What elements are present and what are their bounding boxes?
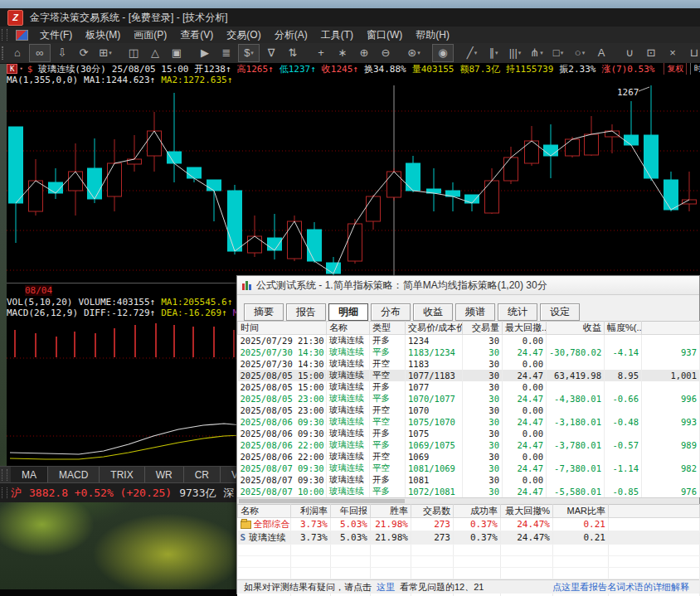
layers-icon[interactable]: ⊡	[641, 45, 661, 61]
menu-item-4[interactable]: 交易(O)	[220, 27, 267, 44]
filter-icon[interactable]: ∇	[261, 45, 281, 61]
table-row[interactable]: 2025/08/05 15:00:00玻璃连续开多1077300.00	[238, 381, 700, 393]
crosshair-icon[interactable]: ∗	[333, 45, 352, 61]
report-doc-icon[interactable]: ≣	[216, 45, 236, 61]
column-header-1[interactable]: 名称	[327, 322, 370, 335]
menu-item-3[interactable]: 查看(V)	[173, 27, 220, 44]
column-header-7[interactable]: 幅度%(...	[605, 322, 642, 335]
table-row[interactable]: 2025/08/05 23:00:00玻璃连续平多1070/10773024.4…	[238, 393, 700, 405]
column-header-0[interactable]: 时间	[238, 322, 327, 335]
menu-item-6[interactable]: 工具(T)	[314, 27, 360, 44]
table-row[interactable]: 2025/08/05 23:00:00玻璃连续开空1070300.00	[238, 405, 700, 416]
column-header-6[interactable]: 最大回撤%	[501, 505, 553, 518]
indicator-tab-MA[interactable]: MA	[11, 467, 48, 483]
table-row[interactable]: 2025/07/30 14:30:00玻璃连续平多1183/12343024.4…	[238, 346, 700, 358]
table-row[interactable]: 2025/08/06 09:30:00玻璃连续开多1075300.00	[238, 428, 700, 439]
column-header-5[interactable]: 最大回撤...	[503, 322, 547, 335]
trash-icon[interactable]: ⊔	[684, 45, 700, 61]
dialog-tab-报告[interactable]: 报告	[286, 303, 326, 321]
percent-channel-icon[interactable]: ∥▾	[484, 45, 503, 61]
quote-field-11: 振2.33%	[559, 63, 595, 75]
settings-gear-icon[interactable]: ⊛▾	[404, 45, 424, 61]
indicator-tab-MACD[interactable]: MACD	[48, 467, 100, 483]
mouse-mode-icon[interactable]: ◉	[432, 44, 454, 62]
kline-chart-icon[interactable]: ◫	[124, 45, 143, 61]
column-header-1[interactable]: 利润率	[291, 505, 331, 518]
menu-item-2[interactable]: 画面(P)	[127, 27, 173, 44]
refresh-icon[interactable]: ⟳	[74, 45, 94, 61]
alert-bell-icon[interactable]: △	[145, 45, 165, 61]
zoom-out-icon[interactable]: ⊖	[376, 45, 396, 61]
pitchfork-icon[interactable]: ⋔▾	[527, 45, 547, 61]
dialog-titlebar[interactable]: 公式测试系统 - 1.简单指标策略：简单MA均线指标策略(1,20) 30分	[237, 276, 699, 295]
text-tool-icon[interactable]: A	[591, 45, 611, 61]
money-dollar-icon[interactable]: $▾	[238, 44, 260, 62]
candlestick-chart[interactable]: 1267	[7, 85, 700, 283]
table-row[interactable]: 2025/08/07 09:30:00玻璃连续开多1081300.00	[238, 474, 700, 486]
move-cursor-icon[interactable]: +	[311, 45, 331, 61]
scrollbar-thumb[interactable]	[239, 499, 405, 503]
table-row[interactable]: 2025/07/29 21:30:00玻璃连续开多1234300.00	[238, 335, 700, 347]
indicator-tab-WR[interactable]: WR	[145, 467, 184, 483]
column-header-8[interactable]	[609, 505, 700, 518]
column-header-3[interactable]: 交易价/成本价	[406, 322, 463, 335]
link-icon[interactable]: ∞	[29, 44, 51, 62]
dialog-tab-收益[interactable]: 收益	[413, 303, 453, 321]
table-row[interactable]: 全部综合3.73%5.03%21.98%2730.37%24.47%0.21	[238, 518, 700, 531]
table-row[interactable]: 2025/08/07 10:00:00玻璃连续平多1072/10813024.4…	[238, 486, 700, 497]
home-icon[interactable]: ⌂	[7, 45, 27, 61]
dialog-tab-摘要[interactable]: 摘要	[244, 303, 284, 321]
table-row[interactable]: 2025/08/05 15:00:00玻璃连续平空1077/11833024.4…	[238, 370, 700, 381]
table-row[interactable]: 2025/08/07 09:30:00玻璃连续平空1081/10693024.4…	[238, 463, 700, 474]
info-button-时段[interactable]: 时段	[690, 63, 700, 75]
dialog-tab-统计[interactable]: 统计	[498, 303, 537, 321]
detail-hscrollbar[interactable]	[237, 497, 699, 504]
menu-item-1[interactable]: 板块(M)	[79, 27, 127, 44]
kline-dropdown-icon[interactable]: ▾	[19, 65, 22, 72]
vertical-lines-icon[interactable]: |||▾	[505, 45, 525, 61]
menu-item-0[interactable]: 文件(F)	[33, 27, 79, 44]
dialog-tab-频谱[interactable]: 频谱	[455, 303, 495, 321]
table-cell: 2025/08/05 23:00:00	[238, 405, 327, 416]
column-header-6[interactable]: 收益	[547, 322, 605, 335]
circle-tool-icon[interactable]: ○▾	[570, 45, 590, 61]
column-header-4[interactable]: 交易量	[463, 322, 503, 335]
column-header-3[interactable]: 胜率	[371, 505, 411, 518]
grid-layout-icon[interactable]: ⊞▾	[95, 45, 115, 61]
play-backtest-icon[interactable]: ▶	[195, 45, 215, 61]
info-button-复权[interactable]: 复权	[664, 63, 687, 75]
indicator-tab-CR[interactable]: CR	[184, 467, 221, 483]
table-row[interactable]: 2025/08/06 22:00:00玻璃连续平多1069/10753024.4…	[238, 439, 700, 451]
dialog-tab-明细[interactable]: 明细	[328, 303, 368, 321]
table-cell: 2025/07/30 14:30:00	[238, 358, 327, 370]
table-row[interactable]: 2025/08/06 09:30:00玻璃连续平空1075/10703024.4…	[238, 416, 700, 428]
delete-drawing-icon[interactable]: ×	[663, 45, 683, 61]
table-row[interactable]: 2025/07/30 14:30:00玻璃连续开空1183300.00	[238, 358, 700, 370]
column-header-8[interactable]	[642, 322, 700, 335]
trendline-tool-icon[interactable]: ╱▾	[462, 45, 482, 61]
zoom-in-icon[interactable]: ⊕	[354, 45, 374, 61]
table-row[interactable]: S玻璃连续3.73%5.03%21.98%2730.37%24.47%0.21	[238, 531, 700, 545]
indicator-tab-TRIX[interactable]: TRIX	[100, 467, 144, 483]
menu-item-5[interactable]: 分析(A)	[268, 27, 314, 44]
rectangle-tool-icon[interactable]: □▾	[548, 45, 568, 61]
column-header-4[interactable]: 交易数	[411, 505, 454, 518]
kline-period-button[interactable]: K	[7, 64, 17, 74]
menu-item-7[interactable]: 窗口(W)	[360, 27, 409, 44]
window-titlebar[interactable]: Z 金字塔决策交易系统 - [免费登录] - [技术分析]	[0, 8, 700, 27]
dialog-tab-设定[interactable]: 设定	[540, 303, 580, 321]
column-header-2[interactable]: 年回报	[331, 505, 371, 518]
column-header-7[interactable]: MAR比率	[553, 505, 609, 518]
sort-icon[interactable]: ⇅	[283, 45, 303, 61]
table-row[interactable]: 2025/08/06 22:00:00玻璃连续开空1069300.00	[238, 451, 700, 463]
footer-here-link[interactable]: 这里	[377, 581, 395, 594]
magnet-icon[interactable]: ∪	[620, 45, 639, 61]
column-header-0[interactable]: 名称	[238, 505, 291, 518]
column-header-2[interactable]: 类型	[370, 322, 406, 335]
menu-item-8[interactable]: 帮助(H)	[409, 27, 456, 44]
footer-glossary-link[interactable]: 点这里看报告名词术语的详细解释	[552, 581, 689, 594]
market-monitor-icon[interactable]: ▣	[167, 45, 187, 61]
download-icon[interactable]: ⇩	[52, 45, 72, 61]
dialog-tab-分布[interactable]: 分布	[371, 303, 411, 321]
column-header-5[interactable]: 成功率	[454, 505, 501, 518]
